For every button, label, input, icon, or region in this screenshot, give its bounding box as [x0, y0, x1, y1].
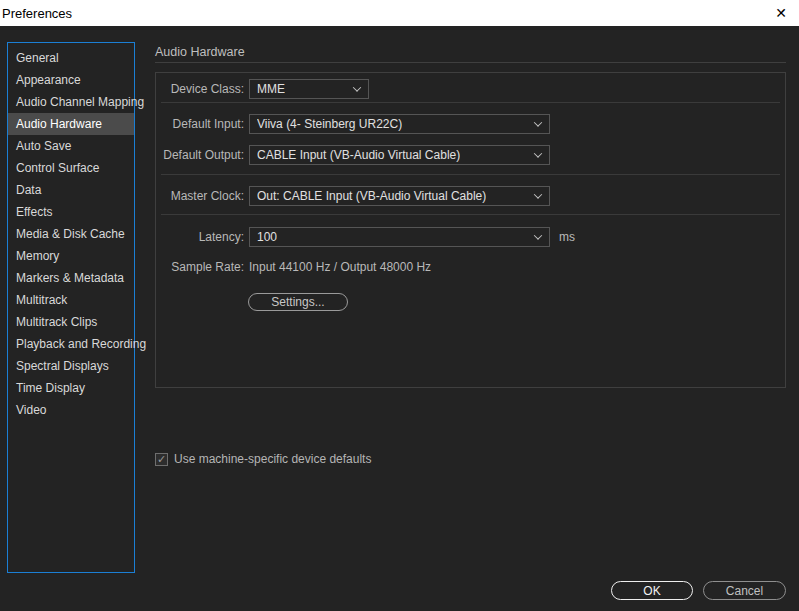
default-input-dropdown[interactable]: Viiva (4- Steinberg UR22C) [249, 114, 550, 134]
default-output-row: Default Output: CABLE Input (VB-Audio Vi… [156, 145, 785, 165]
sidebar: General Appearance Audio Channel Mapping… [7, 42, 135, 573]
sidebar-item-media-disk-cache[interactable]: Media & Disk Cache [8, 223, 134, 245]
default-input-value: Viiva (4- Steinberg UR22C) [257, 117, 402, 131]
audio-hardware-group: Device Class: MME Default Input: Viiva (… [155, 72, 786, 388]
device-class-label: Device Class: [156, 82, 244, 96]
chevron-down-icon [353, 83, 361, 91]
panel-title-divider [155, 62, 786, 63]
sidebar-item-memory[interactable]: Memory [8, 245, 134, 267]
latency-label: Latency: [156, 230, 244, 244]
device-defaults-checkbox[interactable]: ✓ [155, 453, 168, 466]
sidebar-item-control-surface[interactable]: Control Surface [8, 157, 134, 179]
default-output-dropdown[interactable]: CABLE Input (VB-Audio Virtual Cable) [249, 145, 550, 165]
latency-row: Latency: 100 ms [156, 227, 785, 247]
device-class-row: Device Class: MME [156, 79, 785, 99]
sidebar-item-audio-hardware[interactable]: Audio Hardware [8, 113, 134, 135]
ok-button[interactable]: OK [611, 581, 693, 600]
master-clock-dropdown[interactable]: Out: CABLE Input (VB-Audio Virtual Cable… [249, 186, 550, 206]
divider [161, 214, 780, 215]
sidebar-item-markers-metadata[interactable]: Markers & Metadata [8, 267, 134, 289]
sidebar-item-effects[interactable]: Effects [8, 201, 134, 223]
latency-unit: ms [559, 230, 575, 244]
page-title: Audio Hardware [155, 45, 245, 59]
latency-dropdown[interactable]: 100 [249, 227, 550, 247]
chevron-down-icon [534, 149, 542, 157]
default-input-row: Default Input: Viiva (4- Steinberg UR22C… [156, 114, 785, 134]
window-title: Preferences [0, 6, 72, 21]
device-defaults-checkbox-row: ✓ Use machine-specific device defaults [155, 452, 371, 466]
chevron-down-icon [534, 231, 542, 239]
master-clock-row: Master Clock: Out: CABLE Input (VB-Audio… [156, 186, 785, 206]
chevron-down-icon [534, 118, 542, 126]
master-clock-value: Out: CABLE Input (VB-Audio Virtual Cable… [257, 189, 486, 203]
default-output-label: Default Output: [156, 148, 244, 162]
device-defaults-checkbox-label: Use machine-specific device defaults [174, 452, 371, 466]
sidebar-item-playback-and-recording[interactable]: Playback and Recording [8, 333, 134, 355]
sidebar-item-multitrack[interactable]: Multitrack [8, 289, 134, 311]
sidebar-item-spectral-displays[interactable]: Spectral Displays [8, 355, 134, 377]
sidebar-item-time-display[interactable]: Time Display [8, 377, 134, 399]
sample-rate-label: Sample Rate: [156, 260, 244, 274]
divider [161, 102, 780, 103]
sidebar-item-appearance[interactable]: Appearance [8, 69, 134, 91]
sidebar-item-video[interactable]: Video [8, 399, 134, 421]
default-input-label: Default Input: [156, 117, 244, 131]
sidebar-item-data[interactable]: Data [8, 179, 134, 201]
titlebar: Preferences ✕ [0, 0, 799, 26]
default-output-value: CABLE Input (VB-Audio Virtual Cable) [257, 148, 460, 162]
settings-button[interactable]: Settings... [248, 293, 348, 311]
cancel-button[interactable]: Cancel [703, 581, 786, 600]
close-icon[interactable]: ✕ [763, 0, 799, 26]
latency-value: 100 [257, 230, 277, 244]
sidebar-item-auto-save[interactable]: Auto Save [8, 135, 134, 157]
device-class-dropdown[interactable]: MME [249, 79, 369, 99]
sidebar-item-multitrack-clips[interactable]: Multitrack Clips [8, 311, 134, 333]
sample-rate-value: Input 44100 Hz / Output 48000 Hz [249, 260, 431, 274]
chevron-down-icon [534, 190, 542, 198]
sidebar-item-general[interactable]: General [8, 47, 134, 69]
sample-rate-row: Sample Rate: Input 44100 Hz / Output 480… [156, 257, 785, 277]
device-class-value: MME [257, 82, 285, 96]
divider [161, 174, 780, 175]
sidebar-item-audio-channel-mapping[interactable]: Audio Channel Mapping [8, 91, 134, 113]
master-clock-label: Master Clock: [156, 189, 244, 203]
